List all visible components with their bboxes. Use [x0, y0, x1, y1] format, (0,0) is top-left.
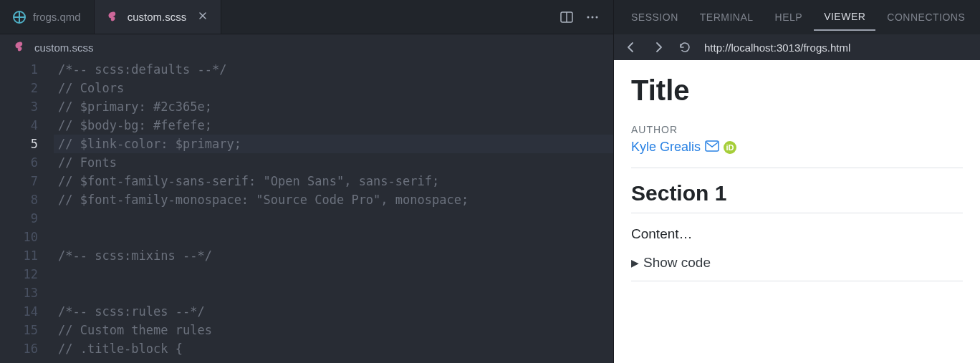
author-label: AUTHOR — [631, 124, 963, 135]
line-gutter: 12345678910111213141516 — [0, 60, 54, 363]
line-number: 16 — [0, 339, 38, 358]
line-number: 2 — [0, 79, 38, 97]
author-row: Kyle Grealis iD — [631, 140, 963, 155]
line-number: 1 — [0, 60, 38, 79]
line-number: 5 — [0, 135, 38, 153]
svg-rect-6 — [706, 141, 719, 151]
code-line[interactable]: // $font-family-monospace: "Source Code … — [54, 190, 613, 209]
code-line[interactable]: // $font-family-sans-serif: "Open Sans",… — [54, 172, 613, 190]
divider — [631, 281, 963, 281]
breadcrumb-file[interactable]: custom.scss — [34, 42, 94, 54]
line-number: 4 — [0, 116, 38, 135]
line-number: 3 — [0, 97, 38, 116]
tab-custom-scss[interactable]: custom.scss — [95, 0, 222, 34]
viewer-tab-terminal[interactable]: TERMINAL — [690, 4, 764, 30]
split-editor-icon[interactable] — [560, 11, 573, 24]
line-number: 11 — [0, 246, 38, 265]
back-icon[interactable] — [624, 40, 638, 54]
code-line[interactable]: // Custom theme rules — [54, 321, 613, 339]
code-line[interactable]: // $body-bg: #fefefe; — [54, 116, 613, 135]
page-title: Title — [631, 74, 963, 107]
content-text: Content… — [631, 226, 963, 242]
line-number: 14 — [0, 302, 38, 321]
sass-icon — [14, 41, 27, 54]
svg-point-4 — [592, 16, 594, 18]
show-code-toggle[interactable]: ▶ Show code — [631, 255, 963, 271]
viewer-tab-viewer[interactable]: VIEWER — [814, 4, 875, 31]
code-line[interactable] — [54, 284, 613, 302]
sass-icon — [107, 11, 120, 24]
viewer-tab-help[interactable]: HELP — [765, 4, 813, 30]
code-lines[interactable]: /*-- scss:defaults --*/// Colors// $prim… — [54, 60, 613, 363]
line-number: 9 — [0, 209, 38, 228]
triangle-right-icon: ▶ — [631, 257, 639, 268]
code-line[interactable]: // Colors — [54, 79, 613, 97]
quarto-icon — [13, 11, 26, 24]
viewer-content: Title AUTHOR Kyle Grealis iD Section 1 C… — [614, 60, 980, 363]
tab-label: frogs.qmd — [33, 11, 81, 23]
tab-frogs[interactable]: frogs.qmd — [0, 0, 95, 34]
breadcrumb: custom.scss — [0, 34, 613, 60]
viewer-pane: SESSIONTERMINALHELPVIEWERCONNECTIONS htt… — [613, 0, 980, 363]
author-link[interactable]: Kyle Grealis — [631, 140, 701, 155]
code-line[interactable]: // Fonts — [54, 153, 613, 172]
show-code-label: Show code — [643, 255, 711, 271]
tab-label: custom.scss — [128, 11, 187, 23]
mail-icon[interactable] — [705, 140, 719, 155]
divider — [631, 213, 963, 213]
line-number: 6 — [0, 153, 38, 172]
code-line[interactable]: /*-- scss:defaults --*/ — [54, 60, 613, 79]
viewer-tab-session[interactable]: SESSION — [621, 4, 688, 30]
code-line[interactable] — [54, 209, 613, 228]
line-number: 10 — [0, 228, 38, 246]
editor-pane: frogs.qmd custom.scss custom.scss — [0, 0, 613, 363]
code-line[interactable]: // $link-color: $primary; — [54, 135, 613, 153]
viewer-tab-connections[interactable]: CONNECTIONS — [877, 4, 975, 30]
orcid-icon[interactable]: iD — [724, 141, 736, 154]
close-icon[interactable] — [198, 11, 208, 23]
line-number: 7 — [0, 172, 38, 190]
divider — [631, 168, 963, 168]
section-heading: Section 1 — [631, 181, 963, 205]
svg-point-3 — [587, 16, 590, 18]
viewer-tab-bar: SESSIONTERMINALHELPVIEWERCONNECTIONS — [614, 0, 980, 34]
code-line[interactable]: // .title-block { — [54, 339, 613, 358]
code-line[interactable]: // $primary: #2c365e; — [54, 97, 613, 116]
line-number: 15 — [0, 321, 38, 339]
line-number: 12 — [0, 265, 38, 284]
code-line[interactable] — [54, 228, 613, 246]
editor-actions — [546, 11, 613, 24]
forward-icon[interactable] — [651, 40, 666, 54]
svg-point-5 — [596, 16, 598, 18]
code-line[interactable]: /*-- scss:mixins --*/ — [54, 246, 613, 265]
editor-tab-bar: frogs.qmd custom.scss — [0, 0, 613, 34]
code-line[interactable]: /*-- scss:rules --*/ — [54, 302, 613, 321]
more-actions-icon[interactable] — [586, 16, 599, 19]
code-editor[interactable]: 12345678910111213141516 /*-- scss:defaul… — [0, 60, 613, 363]
code-line[interactable] — [54, 265, 613, 284]
viewer-toolbar: http://localhost:3013/frogs.html — [614, 34, 980, 60]
reload-icon[interactable] — [678, 41, 691, 54]
line-number: 8 — [0, 190, 38, 209]
line-number: 13 — [0, 284, 38, 302]
viewer-url[interactable]: http://localhost:3013/frogs.html — [704, 42, 970, 54]
